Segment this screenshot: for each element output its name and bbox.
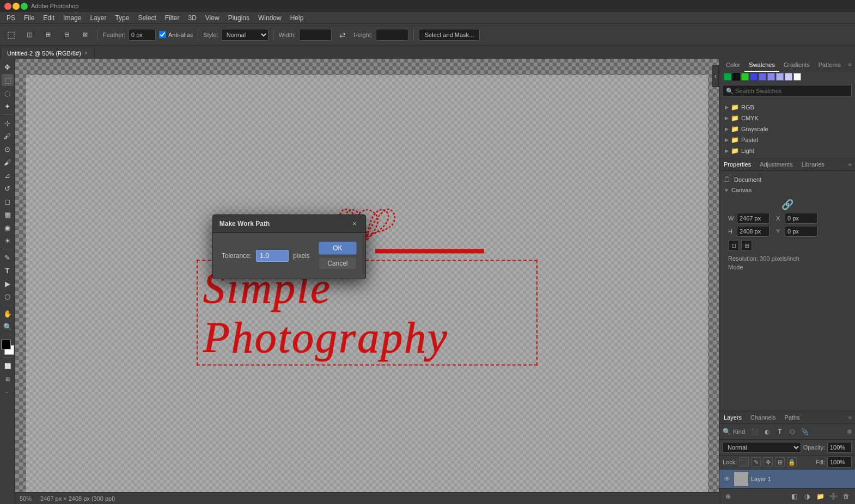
menu-window[interactable]: Window — [254, 13, 286, 23]
swatch-green2[interactable] — [741, 73, 749, 81]
delete-layer-btn[interactable]: 🗑 — [841, 491, 852, 502]
minimize-button[interactable] — [13, 3, 20, 10]
tool-gradient[interactable]: ▦ — [2, 208, 14, 220]
fit-canvas-btn[interactable]: ⊡ — [728, 240, 739, 251]
tab-patterns[interactable]: Patterns — [814, 59, 845, 72]
height-prop-input[interactable] — [737, 226, 770, 237]
ok-button[interactable]: OK — [319, 242, 357, 255]
swatch-blue3[interactable] — [767, 73, 775, 81]
style-select[interactable]: Normal Fixed Ratio Fixed Size — [222, 29, 268, 41]
menu-help[interactable]: Help — [286, 13, 308, 23]
swatch-black[interactable] — [732, 73, 740, 81]
swatch-group-grayscale[interactable]: ▶ 📁 Grayscale — [723, 124, 852, 134]
tab-swatches[interactable]: Swatches — [744, 59, 779, 72]
tab-gradients[interactable]: Gradients — [779, 59, 814, 72]
menu-select[interactable]: Select — [133, 13, 160, 23]
swatch-blue2[interactable] — [759, 73, 766, 81]
tool-eraser[interactable]: ◻ — [2, 195, 14, 207]
tab-untitled2[interactable]: Untitled-2 @ 50% (RGB/8#) × — [0, 47, 95, 59]
menu-edit[interactable]: Edit — [39, 13, 59, 23]
fill-canvas-btn[interactable]: ⊞ — [741, 240, 752, 251]
tab-adjustments[interactable]: Adjustments — [755, 158, 797, 170]
layer-mask-btn[interactable]: ◧ — [789, 491, 799, 502]
lock-pixels-btn[interactable]: ⬛ — [739, 457, 749, 467]
tool-dodge[interactable]: ☀ — [2, 235, 14, 247]
tab-color[interactable]: Color — [722, 59, 744, 72]
tool-option-d[interactable]: ⊠ — [77, 27, 93, 42]
tab-properties[interactable]: Properties — [719, 158, 755, 170]
select-mask-button[interactable]: Select and Mask... — [419, 29, 480, 41]
menu-plugins[interactable]: Plugins — [224, 13, 254, 23]
menu-ps[interactable]: PS — [2, 13, 20, 23]
tool-blur[interactable]: ◉ — [2, 222, 14, 233]
swatch-blue5[interactable] — [785, 73, 792, 81]
maximize-button[interactable] — [21, 3, 28, 10]
tool-option-b[interactable]: ⊞ — [40, 27, 56, 42]
opacity-input[interactable] — [827, 442, 852, 453]
tool-option-a[interactable]: ◫ — [22, 27, 37, 42]
feather-input[interactable] — [129, 29, 156, 41]
width-input[interactable] — [299, 29, 332, 41]
swap-dimensions[interactable]: ⇄ — [335, 27, 350, 42]
tab-channels[interactable]: Channels — [746, 411, 780, 423]
tool-magic-wand[interactable]: ✦ — [2, 100, 14, 112]
tool-pen[interactable]: ✎ — [2, 251, 14, 263]
tab-close-btn[interactable]: × — [84, 50, 88, 56]
search-swatches-input[interactable] — [723, 85, 852, 97]
cancel-button[interactable]: Cancel — [319, 257, 357, 270]
y-prop-input[interactable] — [785, 226, 817, 237]
tolerance-input[interactable] — [256, 250, 289, 262]
lock-artboard-btn[interactable]: ⊞ — [775, 457, 785, 467]
tool-history-brush[interactable]: ↺ — [2, 182, 14, 194]
window-controls[interactable] — [4, 3, 28, 10]
menu-image[interactable]: Image — [59, 13, 86, 23]
fill-input[interactable] — [827, 457, 852, 468]
properties-options[interactable]: ≡ — [845, 159, 855, 170]
lock-position-btn[interactable]: ✎ — [751, 457, 761, 467]
menu-3d[interactable]: 3D — [184, 13, 200, 23]
tool-frame[interactable]: ⊞ — [2, 373, 14, 385]
tool-lasso[interactable]: ◌ — [2, 87, 14, 99]
blend-mode-select[interactable]: Normal Dissolve Multiply — [723, 442, 801, 453]
tool-shape[interactable]: ⬡ — [2, 291, 14, 303]
layer-visibility-icon[interactable]: 👁 — [723, 475, 731, 483]
tool-marquee-rect[interactable]: ⬚ — [3, 27, 19, 42]
tool-brush[interactable]: 🖌 — [2, 156, 14, 168]
menu-type[interactable]: Type — [111, 13, 133, 23]
tab-paths[interactable]: Paths — [780, 411, 804, 423]
menu-file[interactable]: File — [20, 13, 39, 23]
tool-move[interactable]: ✥ — [2, 61, 14, 73]
tool-extras[interactable]: ··· — [2, 386, 14, 398]
filter-shape[interactable]: ⬡ — [787, 426, 798, 437]
height-input[interactable] — [376, 29, 408, 41]
x-prop-input[interactable] — [785, 213, 817, 224]
foreground-color[interactable] — [1, 340, 11, 349]
tool-option-c[interactable]: ⊟ — [59, 27, 74, 42]
swatch-blue4[interactable] — [776, 73, 784, 81]
canvas-background[interactable]: Simple Photography Make Work Path × Tole… — [15, 59, 719, 504]
filter-smartobj[interactable]: 📎 — [799, 426, 810, 437]
lock-all-btn[interactable]: 🔒 — [787, 457, 797, 467]
tab-libraries[interactable]: Libraries — [797, 158, 829, 170]
antialias-checkbox[interactable] — [159, 31, 166, 38]
filter-pixel[interactable]: ⬛ — [749, 426, 760, 437]
swatch-green1[interactable] — [724, 73, 731, 81]
layer-group-btn[interactable]: 📁 — [815, 491, 826, 502]
swatch-group-pastel[interactable]: ▶ 📁 Pastel — [723, 135, 852, 145]
canvas-section-header[interactable]: ▼ Canvas — [724, 187, 851, 193]
tool-spot-heal[interactable]: ⊙ — [2, 143, 14, 155]
tool-marquee[interactable]: ⬚ — [2, 74, 14, 86]
tool-type[interactable]: T — [2, 265, 14, 276]
width-prop-input[interactable] — [737, 213, 770, 224]
panel-expand-btn[interactable]: ≡ — [845, 59, 855, 72]
filter-adjustment[interactable]: ◐ — [762, 426, 773, 437]
lock-move-btn[interactable]: ✥ — [763, 457, 773, 467]
close-button[interactable] — [4, 3, 11, 10]
layer-style-btn[interactable]: ⊕ — [723, 491, 734, 502]
layer-adjustment-btn[interactable]: ◑ — [802, 491, 813, 502]
tool-eyedropper[interactable]: 🖋 — [2, 130, 14, 142]
menu-layer[interactable]: Layer — [86, 13, 111, 23]
layers-options[interactable]: ≡ — [845, 413, 855, 423]
filter-type[interactable]: T — [774, 426, 785, 437]
link-chain-icon[interactable]: 🔗 — [781, 199, 793, 211]
